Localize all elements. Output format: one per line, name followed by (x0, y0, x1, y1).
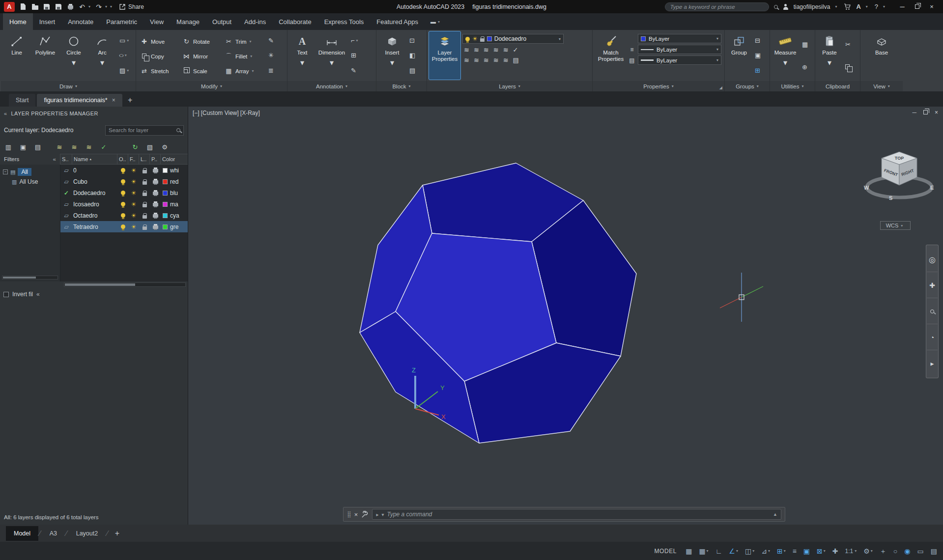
command-input[interactable] (387, 511, 770, 518)
plot-button[interactable] (65, 1, 76, 12)
visual-style-controls-button[interactable]: [X-Ray] (240, 110, 260, 116)
layer-states-manager-button[interactable]: ▤ (33, 143, 42, 151)
layer-plot-icon[interactable] (150, 213, 161, 218)
restore-button[interactable] (910, 0, 924, 13)
layer-color-cell[interactable]: ma (161, 201, 188, 208)
save-as-button[interactable] (53, 1, 64, 12)
column-plot[interactable]: P.. (150, 154, 161, 164)
column-name[interactable]: Name ▴ (72, 154, 117, 164)
new-layer-vp-frozen-button[interactable]: ≋ (70, 143, 79, 151)
drawing-close-button[interactable]: × (935, 109, 938, 116)
circle-button[interactable]: Circle ▾ (60, 31, 87, 80)
layer-on-icon[interactable] (117, 168, 128, 172)
table-button[interactable]: ⊞ (349, 51, 362, 60)
layer-row-dodecaedro[interactable]: ✓ Dodecaedro ☀ blu (60, 187, 188, 198)
layer-thaw-button[interactable]: ≋ (474, 56, 479, 64)
command-input-field[interactable]: ▸ ▾ ▲ (372, 509, 781, 520)
layer-lock-icon[interactable] (139, 201, 150, 207)
array-button[interactable]: ▦Array▾ (223, 64, 265, 78)
set-current-layer-button[interactable]: ✓ (99, 143, 108, 151)
explode-button[interactable]: ✳ (267, 51, 275, 60)
layer-row-icosaedro[interactable]: ▱ Icosaedro ☀ ma (60, 198, 188, 210)
layer-freeze-icon[interactable]: ☀ (128, 224, 139, 230)
annotation-monitor-icon[interactable]: ＋ (880, 548, 886, 555)
scale-button[interactable]: Scale (180, 64, 223, 78)
measure-dropdown-caret[interactable]: ▾ (783, 58, 787, 67)
tab-home[interactable]: Home (3, 13, 33, 30)
command-history-up-icon[interactable]: ▲ (773, 512, 777, 517)
leader-button[interactable]: ⌐▾ (349, 35, 362, 45)
new-group-filter-button[interactable]: ▣ (19, 143, 28, 151)
tab-parametric[interactable]: Parametric (100, 13, 143, 30)
paste-dropdown-caret[interactable]: ▾ (828, 58, 831, 67)
block-panel-label[interactable]: Block▾ (376, 81, 427, 91)
tab-manage[interactable]: Manage (170, 13, 206, 30)
utilities-panel-label[interactable]: Utilities▾ (770, 81, 815, 91)
dimension-dropdown-caret[interactable]: ▾ (330, 58, 334, 67)
layer-freeze-icon[interactable]: ☀ (128, 168, 139, 173)
dimension-button[interactable]: Dimension ▾ (316, 31, 347, 80)
new-layer-button[interactable]: ≋ (55, 143, 64, 151)
layer-on-icon[interactable] (117, 191, 128, 195)
layer-on-icon[interactable] (117, 224, 128, 229)
clipboard-panel-label[interactable]: Clipboard (815, 81, 860, 91)
clean-screen-icon[interactable]: ▭ (917, 548, 924, 555)
object-color-dropdown[interactable]: ByLayer ▾ (638, 34, 721, 43)
modify-panel-label[interactable]: Modify▾ (136, 81, 287, 91)
new-layout-button[interactable]: + (109, 529, 125, 538)
filter-tree-item-all-used[interactable]: ▥ All Use (0, 177, 60, 187)
tab-insert[interactable]: Insert (33, 13, 62, 30)
user-dropdown-caret[interactable]: ▾ (835, 4, 839, 9)
model-viewport[interactable]: Z Y X [−] [Custom View] [X-Ray] (188, 107, 943, 525)
layer-freeze-icon[interactable]: ☀ (128, 190, 139, 196)
offset-button[interactable]: ≣ (267, 66, 275, 76)
wcs-dropdown[interactable]: WCS ▾ (880, 221, 911, 230)
layer-off-button[interactable]: ≋ (464, 46, 469, 54)
selection-cycling-icon[interactable]: ▣ (803, 548, 810, 555)
layer-match-button[interactable]: ≋ (503, 46, 509, 54)
layer-isolate-button[interactable]: ≋ (474, 46, 479, 54)
tab-add-ins[interactable]: Add-ins (238, 13, 272, 30)
layer-plot-icon[interactable] (150, 191, 161, 195)
properties-dialog-launcher[interactable]: ◢ (719, 85, 722, 90)
paste-button[interactable]: Paste ▾ (817, 31, 842, 80)
annotation-scale-button[interactable]: 1:1▾ (845, 548, 857, 555)
grid-display-icon[interactable]: ▦ (686, 548, 692, 555)
group-button[interactable]: Group (727, 31, 751, 80)
erase-button[interactable]: ✎ (267, 35, 275, 45)
ungroup-button[interactable]: ⊟ (753, 35, 762, 45)
lineweight-display-icon[interactable]: ≡ (793, 548, 797, 555)
base-button[interactable]: Base (868, 31, 895, 80)
draw-panel-label[interactable]: Draw▾ (1, 81, 136, 91)
toggle-overrides-icon[interactable]: ▧ (145, 143, 154, 151)
layout-tab-model[interactable]: Model (6, 526, 38, 541)
tree-collapse-icon[interactable]: − (3, 169, 8, 174)
layer-settings-gear-icon[interactable]: ⚙ (160, 143, 169, 151)
copy-button[interactable]: Copy (138, 50, 180, 63)
model-space-indicator[interactable]: MODEL (654, 548, 677, 555)
close-button[interactable]: × (924, 0, 939, 13)
qat-customize-caret[interactable]: ▾ (110, 4, 114, 9)
layer-lock-icon[interactable] (139, 190, 150, 196)
stretch-button[interactable]: ⇄Stretch (138, 64, 180, 78)
layer-search-box[interactable] (105, 125, 184, 136)
navigation-wheel-icon[interactable]: ◎ (927, 247, 938, 272)
fillet-button[interactable]: ⌒Fillet▾ (223, 50, 265, 63)
tree-horizontal-scrollbar[interactable] (2, 276, 58, 280)
invert-collapse-icon[interactable]: « (36, 291, 40, 298)
layer-unisolate-button[interactable]: ≋ (464, 56, 469, 64)
tab-view[interactable]: View (143, 13, 170, 30)
store-cart-icon[interactable] (844, 3, 851, 10)
manage-attributes-button[interactable]: ▤ (408, 66, 417, 76)
column-status[interactable]: S.. (60, 154, 72, 164)
drawing-minimize-button[interactable]: ─ (912, 109, 916, 116)
layer-lock-icon[interactable] (139, 179, 150, 185)
column-color[interactable]: Color (161, 154, 188, 164)
tab-collaborate[interactable]: Collaborate (272, 13, 318, 30)
translate-dropdown-caret[interactable]: ▾ (866, 4, 870, 9)
layer-dropdown[interactable]: ☀ Dodecaedro ▾ (462, 34, 564, 44)
hatch-button[interactable]: ▨▾ (118, 66, 132, 76)
new-file-button[interactable] (18, 1, 29, 12)
filter-tree-item-all[interactable]: − ▤ All (0, 167, 60, 177)
delete-layer-button[interactable]: ≋ (85, 143, 93, 151)
